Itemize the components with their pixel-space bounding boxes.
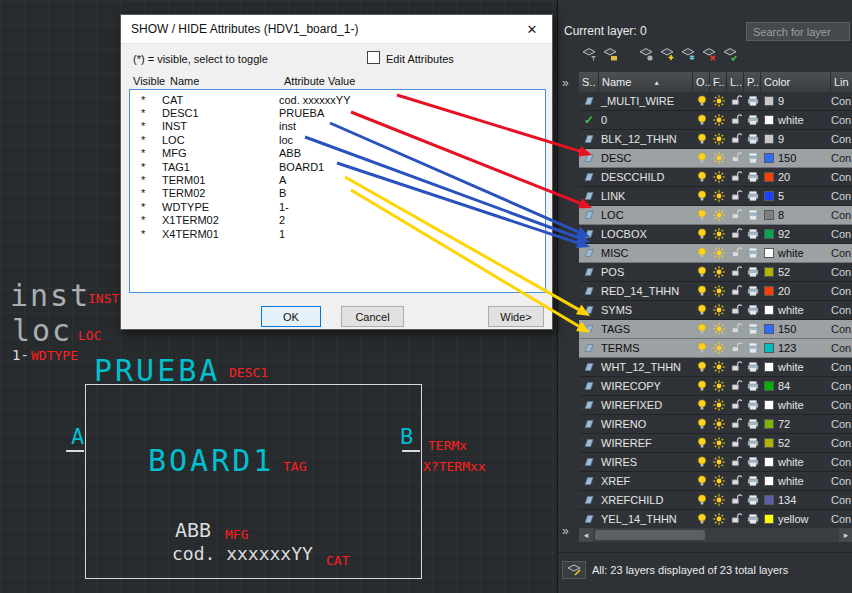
layer-plot-icon[interactable] — [744, 208, 761, 222]
layer-lock-icon[interactable] — [727, 246, 744, 260]
attribute-list[interactable]: * CAT cod. xxxxxxYY * DESC1 PRUEBA * INS… — [129, 89, 546, 293]
layer-on-bulb-icon[interactable] — [693, 227, 710, 241]
color-swatch[interactable] — [764, 457, 774, 467]
col-freeze[interactable]: F.. — [710, 72, 727, 92]
layer-freeze-sun-icon[interactable] — [710, 284, 727, 298]
panel-collapse-chevron-top[interactable]: » — [562, 76, 569, 90]
layer-lock-icon[interactable] — [727, 113, 744, 127]
layer-plot-icon[interactable] — [744, 379, 761, 393]
layer-plot-icon[interactable] — [744, 284, 761, 298]
layer-row[interactable]: ✓ WIREFIXED white Con... — [579, 396, 852, 415]
layer-lock-icon[interactable] — [727, 132, 744, 146]
layer-freeze-sun-icon[interactable] — [710, 436, 727, 450]
color-swatch[interactable] — [764, 267, 774, 277]
color-swatch[interactable] — [764, 191, 774, 201]
new-layer-vp-freeze-icon[interactable] — [679, 45, 697, 63]
layer-freeze-sun-icon[interactable] — [710, 227, 727, 241]
layer-row[interactable]: ✓ SYMS white Con... — [579, 301, 852, 320]
layer-lock-icon[interactable] — [727, 474, 744, 488]
ok-button[interactable]: OK — [261, 306, 321, 327]
attribute-row[interactable]: * DESC1 PRUEBA — [130, 106, 545, 119]
attribute-row[interactable]: * CAT cod. xxxxxxYY — [130, 93, 545, 106]
cancel-button[interactable]: Cancel — [341, 306, 404, 327]
color-swatch[interactable] — [764, 419, 774, 429]
layer-lock-icon[interactable] — [727, 303, 744, 317]
layer-on-bulb-icon[interactable] — [693, 246, 710, 260]
layer-row[interactable]: ✓ DESCCHILD 20 Con... — [579, 168, 852, 187]
layer-freeze-sun-icon[interactable] — [710, 398, 727, 412]
layer-freeze-sun-icon[interactable] — [710, 208, 727, 222]
layer-on-bulb-icon[interactable] — [693, 436, 710, 450]
layer-freeze-sun-icon[interactable] — [710, 94, 727, 108]
attribute-row[interactable]: * TERM01 A — [130, 173, 545, 186]
color-swatch[interactable] — [764, 343, 774, 353]
layer-row[interactable]: ✓ BLK_12_THHN 9 Con... — [579, 130, 852, 149]
layer-row[interactable]: ✓ WHT_12_THHN white Con... — [579, 358, 852, 377]
layer-freeze-sun-icon[interactable] — [710, 341, 727, 355]
layer-plot-icon[interactable] — [744, 360, 761, 374]
col-status[interactable]: S.. — [579, 72, 599, 92]
col-on[interactable]: O.. — [693, 72, 710, 92]
layer-freeze-sun-icon[interactable] — [710, 246, 727, 260]
layer-lock-icon[interactable] — [727, 208, 744, 222]
color-swatch[interactable] — [764, 495, 774, 505]
dialog-titlebar[interactable]: SHOW / HIDE Attributes (HDV1_board_1-) ✕ — [121, 15, 552, 44]
layer-plot-icon[interactable] — [744, 493, 761, 507]
layer-on-bulb-icon[interactable] — [693, 94, 710, 108]
color-swatch[interactable] — [764, 305, 774, 315]
layer-plot-icon[interactable] — [744, 417, 761, 431]
layer-freeze-sun-icon[interactable] — [710, 512, 727, 526]
color-swatch[interactable] — [764, 286, 774, 296]
layer-lock-icon[interactable] — [727, 398, 744, 412]
col-name[interactable]: Name▲ — [599, 72, 693, 92]
layer-on-bulb-icon[interactable] — [693, 398, 710, 412]
attribute-row[interactable]: * MFG ABB — [130, 147, 545, 160]
color-swatch[interactable] — [764, 324, 774, 334]
attribute-row[interactable]: * X4TERM01 1 — [130, 227, 545, 240]
color-swatch[interactable] — [764, 381, 774, 391]
layer-freeze-sun-icon[interactable] — [710, 151, 727, 165]
layer-plot-icon[interactable] — [744, 474, 761, 488]
attribute-row[interactable]: * TERM02 B — [130, 187, 545, 200]
layer-row[interactable]: ✓ XREF white Con... — [579, 472, 852, 491]
layer-on-bulb-icon[interactable] — [693, 417, 710, 431]
layer-freeze-sun-icon[interactable] — [710, 265, 727, 279]
color-swatch[interactable] — [764, 96, 774, 106]
layer-plot-icon[interactable] — [744, 170, 761, 184]
color-swatch[interactable] — [764, 172, 774, 182]
layer-on-bulb-icon[interactable] — [693, 322, 710, 336]
layer-row[interactable]: ✓ LOCBOX 92 Con... — [579, 225, 852, 244]
layer-plot-icon[interactable] — [744, 151, 761, 165]
layer-plot-icon[interactable] — [744, 436, 761, 450]
layer-freeze-sun-icon[interactable] — [710, 417, 727, 431]
panel-collapse-chevron-bottom[interactable]: » — [562, 524, 569, 538]
layer-row[interactable]: ✓ WIREREF 52 Con... — [579, 434, 852, 453]
layer-freeze-sun-icon[interactable] — [710, 493, 727, 507]
color-swatch[interactable] — [764, 400, 774, 410]
layer-on-bulb-icon[interactable] — [693, 113, 710, 127]
new-group-filter-icon[interactable] — [601, 45, 619, 63]
layer-lock-icon[interactable] — [727, 94, 744, 108]
layer-freeze-sun-icon[interactable] — [710, 132, 727, 146]
layer-freeze-sun-icon[interactable] — [710, 322, 727, 336]
col-linetype[interactable]: Lin — [831, 72, 852, 92]
new-property-filter-icon[interactable] — [580, 45, 598, 63]
layer-plot-icon[interactable] — [744, 227, 761, 241]
layer-plot-icon[interactable] — [744, 322, 761, 336]
layer-plot-icon[interactable] — [744, 189, 761, 203]
layer-plot-icon[interactable] — [744, 398, 761, 412]
attribute-row[interactable]: * TAG1 BOARD1 — [130, 160, 545, 173]
layer-row[interactable]: ✓ WIRECOPY 84 Con... — [579, 377, 852, 396]
edit-attributes-checkbox[interactable] — [367, 51, 380, 64]
layer-row[interactable]: ✓ RED_14_THHN 20 Con... — [579, 282, 852, 301]
layer-search-input[interactable] — [746, 22, 850, 41]
delete-layer-icon[interactable] — [700, 45, 718, 63]
layer-row[interactable]: ✓ _MULTI_WIRE 9 Con... — [579, 92, 852, 111]
layer-freeze-sun-icon[interactable] — [710, 379, 727, 393]
layer-lock-icon[interactable] — [727, 379, 744, 393]
layer-on-bulb-icon[interactable] — [693, 303, 710, 317]
layer-row[interactable]: ✓ TERMS 123 Con... — [579, 339, 852, 358]
layer-row[interactable]: ✓ TAGS 150 Con... — [579, 320, 852, 339]
layer-on-bulb-icon[interactable] — [693, 284, 710, 298]
layer-lock-icon[interactable] — [727, 322, 744, 336]
